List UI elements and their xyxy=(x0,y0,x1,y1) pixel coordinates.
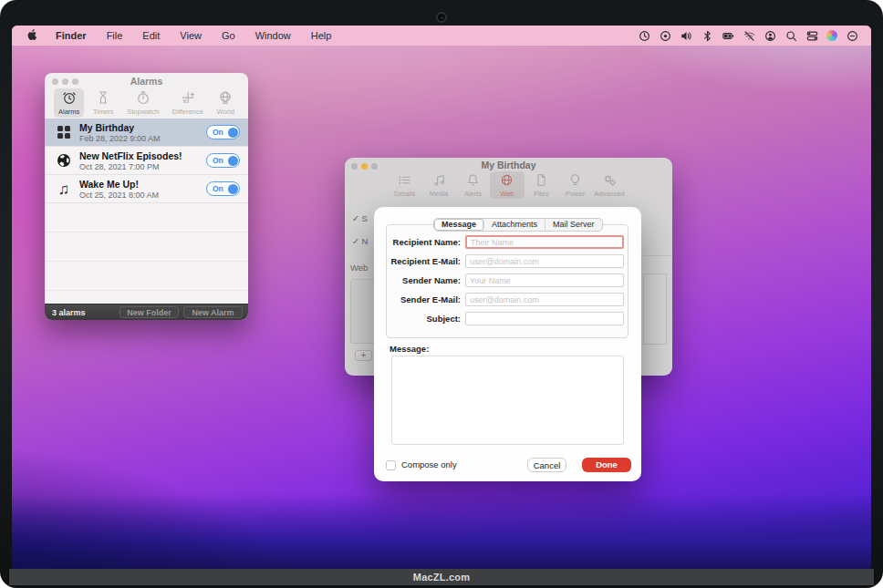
zoom-button[interactable] xyxy=(371,163,378,170)
recipient-name-field[interactable] xyxy=(465,235,624,249)
birthday-toolbar: Details Media Alerts Web Files xyxy=(388,171,627,202)
apple-menu[interactable] xyxy=(23,26,46,46)
recipient-name-label: Recipient Name: xyxy=(374,235,461,249)
side-list-box xyxy=(643,273,667,345)
menu-view[interactable]: View xyxy=(170,26,212,46)
minimize-button[interactable] xyxy=(62,78,68,85)
volume-icon[interactable] xyxy=(680,29,692,42)
details-list-icon xyxy=(398,173,411,189)
stopwatch-icon xyxy=(136,90,151,107)
dialog-tabs: Message Attachments Mail Server xyxy=(433,218,603,232)
alarms-window: Alarms Alarms Timers Stopwatch Differen xyxy=(45,73,248,320)
bell-icon xyxy=(466,173,480,189)
alarm-clock-icon xyxy=(62,90,77,107)
desktop-screen: Finder File Edit View Go Window Help xyxy=(12,26,871,570)
toggle-knob xyxy=(228,128,238,138)
globe-earth-icon xyxy=(52,153,76,168)
new-folder-button[interactable]: New Folder xyxy=(119,306,179,318)
alarm-row-my-birthday[interactable]: My Birthday Feb 28, 2022 9:00 AM On xyxy=(45,119,248,147)
alarm-row-netflix[interactable]: New NetFlix Episodes! Oct 28, 2021 7:00 … xyxy=(45,147,248,175)
tool-web[interactable]: Web xyxy=(490,171,524,199)
recipient-email-field[interactable] xyxy=(465,254,624,268)
sender-name-field[interactable] xyxy=(465,273,624,287)
minus-circle-icon[interactable] xyxy=(846,29,858,42)
music-note-icon: ♫ xyxy=(52,181,76,197)
tool-alerts[interactable]: Alerts xyxy=(456,171,490,199)
alarm-toggle[interactable]: On xyxy=(206,153,240,168)
empty-row xyxy=(45,262,248,291)
tool-advanced[interactable]: Advanced xyxy=(592,171,626,199)
bluetooth-icon[interactable] xyxy=(701,29,713,42)
tool-stopwatch[interactable]: Stopwatch xyxy=(122,88,163,118)
tool-details[interactable]: Details xyxy=(388,171,421,199)
cancel-button[interactable]: Cancel xyxy=(527,458,566,472)
new-alarm-button[interactable]: New Alarm xyxy=(183,306,243,318)
alarms-statusbar: 3 alarms New Folder New Alarm xyxy=(45,304,248,320)
empty-row xyxy=(45,203,248,232)
message-textarea[interactable] xyxy=(391,356,624,445)
checkbox-checked[interactable]: ✓ N xyxy=(352,236,368,246)
menu-window[interactable]: Window xyxy=(245,26,301,46)
menu-go[interactable]: Go xyxy=(212,26,245,46)
subject-field[interactable] xyxy=(465,312,624,325)
alarms-toolbar: Alarms Timers Stopwatch Difference World xyxy=(45,88,248,119)
hourglass-icon xyxy=(96,90,110,107)
message-label: Message: xyxy=(390,344,429,354)
alarm-toggle[interactable]: On xyxy=(206,125,240,139)
alarms-list: My Birthday Feb 28, 2022 9:00 AM On New … xyxy=(45,119,248,304)
compose-only-checkbox[interactable] xyxy=(386,460,396,470)
toggle-knob xyxy=(228,184,238,194)
clock-icon[interactable] xyxy=(638,29,650,42)
tab-mail-server[interactable]: Mail Server xyxy=(545,219,602,231)
empty-row xyxy=(45,232,248,262)
tool-timers[interactable]: Timers xyxy=(88,88,119,118)
difference-icon xyxy=(181,90,195,107)
tool-alarms[interactable]: Alarms xyxy=(54,88,84,118)
menu-help[interactable]: Help xyxy=(301,26,342,46)
siri-icon[interactable] xyxy=(826,30,837,41)
close-button[interactable] xyxy=(351,163,358,170)
tool-power[interactable]: Power xyxy=(558,171,592,199)
zoom-button[interactable] xyxy=(72,78,78,85)
divider xyxy=(643,255,672,256)
menu-edit[interactable]: Edit xyxy=(132,26,170,46)
recipient-email-label: Recipient E-Mail: xyxy=(374,254,461,268)
tool-world[interactable]: World xyxy=(213,88,239,118)
tool-files[interactable]: Files xyxy=(525,171,558,199)
tab-attachments[interactable]: Attachments xyxy=(484,219,545,231)
checkbox-checked[interactable]: ✓ S xyxy=(352,213,368,223)
lightbulb-icon xyxy=(568,173,582,189)
sender-name-label: Sender Name: xyxy=(374,273,461,287)
control-center-icon[interactable] xyxy=(805,29,818,42)
subject-label: Subject: xyxy=(374,312,461,325)
laptop-bezel: Finder File Edit View Go Window Help xyxy=(0,0,883,588)
close-button[interactable] xyxy=(52,78,58,85)
grid-icon xyxy=(52,126,76,139)
sender-email-field[interactable] xyxy=(465,293,624,306)
search-icon[interactable] xyxy=(784,29,797,42)
menu-finder[interactable]: Finder xyxy=(46,26,97,46)
tool-difference[interactable]: Difference xyxy=(168,88,208,118)
tool-media[interactable]: Media xyxy=(421,171,455,199)
record-icon[interactable] xyxy=(659,29,671,42)
wifi-off-icon[interactable] xyxy=(743,29,755,42)
alarm-row-wake-me-up[interactable]: ♫ Wake Me Up! Oct 25, 2021 8:00 AM On xyxy=(45,175,248,203)
sender-email-label: Sender E-Mail: xyxy=(374,293,461,306)
music-notes-icon xyxy=(432,173,446,189)
globe-icon xyxy=(500,173,514,189)
done-button[interactable]: Done xyxy=(582,458,631,472)
minimize-button[interactable] xyxy=(361,163,368,170)
add-button[interactable]: + xyxy=(355,350,372,361)
webcam xyxy=(436,12,447,23)
user-account-icon[interactable] xyxy=(764,29,776,42)
apple-logo-icon xyxy=(26,28,37,43)
document-icon xyxy=(535,173,548,189)
web-section-label: Web xyxy=(350,263,368,273)
menu-file[interactable]: File xyxy=(97,26,133,46)
alarms-titlebar: Alarms xyxy=(45,73,248,88)
alarm-toggle[interactable]: On xyxy=(206,181,240,196)
menu-bar: Finder File Edit View Go Window Help xyxy=(12,26,871,46)
battery-charging-icon[interactable] xyxy=(722,29,734,42)
tab-message[interactable]: Message xyxy=(434,219,484,231)
toggle-knob xyxy=(228,156,238,166)
